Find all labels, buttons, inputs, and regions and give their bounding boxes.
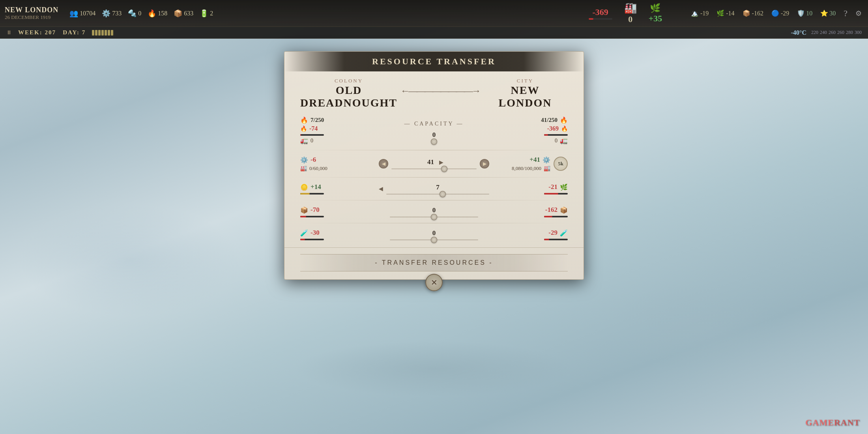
- steam-slider-track[interactable]: [391, 168, 477, 169]
- heat-capacity-right-val: 41/250: [541, 117, 557, 123]
- materials-slider-value: 0: [428, 206, 440, 214]
- steam-right-vals: +41 ⚙️ 8,080/100,000 🏭: [512, 156, 550, 172]
- divider-2: [300, 177, 568, 178]
- materials-slider-thumb[interactable]: [431, 214, 437, 220]
- steam-slider-arrow: ▶: [439, 159, 443, 166]
- badge-5k[interactable]: 5k: [554, 157, 568, 171]
- close-icon: ✕: [431, 278, 438, 287]
- materials-rate-right-val: -162: [545, 206, 557, 214]
- heat-icon-left: 🔥: [300, 116, 308, 124]
- hud-food-main-value: +35: [649, 13, 662, 24]
- materials-slider-track[interactable]: [390, 217, 478, 217]
- heat-capacity-left: 🔥 7/250: [300, 116, 324, 124]
- day-seg-5: [105, 30, 107, 36]
- steam-row: ⚙️ -6 🏭 0/60,000 ◀ 41 ▶ ▶: [284, 152, 584, 176]
- steam-rate-right-val: +41: [529, 156, 540, 164]
- heat-capacity-right: 41/250 🔥: [541, 116, 568, 124]
- star-icon: ⭐: [820, 9, 828, 17]
- food-slider-value: 7: [432, 183, 444, 191]
- transfer-resources-button[interactable]: - TRANSFER RESOURCES -: [300, 254, 568, 271]
- materials-bar-right: [544, 216, 568, 217]
- steam-storage-right-val: 8,080/100,000: [512, 165, 541, 172]
- materials-center: 0: [379, 206, 489, 217]
- food-rate-left: 🪙 +14: [300, 183, 321, 191]
- steam-rate-right: +41 ⚙️: [529, 156, 550, 164]
- steam-slider-value-row: 41 ▶: [425, 158, 443, 166]
- help-button[interactable]: ?: [844, 8, 847, 19]
- heat-slider-value: 0: [428, 131, 440, 139]
- heat-storage-right-val: 0: [555, 138, 557, 144]
- heat-storage-right: 0 🚛: [555, 137, 568, 144]
- food-bar-right-fill: [544, 193, 558, 195]
- medicine-slider-value: 0: [428, 229, 440, 237]
- heat-slider-track[interactable]: [434, 141, 434, 142]
- heat-bar-right: [544, 134, 568, 136]
- hud-center: -369 🏭 0 🌿 +35: [566, 2, 685, 24]
- divider-1: [300, 150, 568, 150]
- settings-button[interactable]: ⚙: [855, 9, 862, 18]
- hud-nature-value: -14: [726, 10, 734, 17]
- hud-heat-bar: [589, 18, 612, 20]
- colony-label: COLONY: [300, 78, 397, 84]
- food-bar-left: [300, 193, 324, 195]
- worker-icon: 🔩: [128, 9, 137, 18]
- heat-left: 🔥 7/250 🔥 -74 🚛 0: [300, 116, 379, 144]
- medicine-slider-thumb[interactable]: [431, 237, 437, 243]
- week-label: WEEK: 207 DAY: 7: [18, 29, 86, 36]
- heat-rate-left-val: -74: [309, 125, 318, 132]
- medicine-center: 0: [379, 229, 489, 240]
- food-slider-track[interactable]: [386, 194, 489, 195]
- hud-food-value: 633: [184, 10, 193, 17]
- materials-bar-left-fill: [300, 216, 306, 217]
- hud-nature: 🌿 -14: [716, 9, 734, 17]
- medicine-bar-right: [544, 239, 568, 240]
- steam-storage-left: 🏭 0/60,000: [300, 165, 327, 172]
- food-coin-icon: 🪙: [300, 183, 308, 191]
- vial-icon-left: 🧪: [300, 229, 308, 237]
- city-info: CITY NEW LONDON: [483, 78, 568, 109]
- medicine-slider-track[interactable]: [390, 239, 478, 240]
- week-value: 207: [45, 29, 56, 36]
- medicine-rate-right-val: -29: [548, 229, 557, 237]
- steam-slider-thumb[interactable]: [441, 166, 447, 172]
- day-seg-6: [108, 30, 110, 36]
- close-button[interactable]: ✕: [425, 274, 443, 291]
- medicine-bar-left: [300, 239, 324, 240]
- divider-3: [300, 200, 568, 200]
- day-seg-3: [98, 30, 101, 36]
- hud-work-main-value: 0: [628, 14, 632, 24]
- medicine-right: -29 🧪: [489, 229, 568, 240]
- box-icon: 📦: [743, 9, 750, 17]
- heat-small-icon: 🔥: [148, 9, 156, 18]
- steam-slider-prev[interactable]: ◀: [379, 159, 388, 168]
- medicine-bar-left-fill: [300, 239, 305, 240]
- day-seg-2: [95, 30, 97, 36]
- steam-slider-inner: 41 ▶: [391, 158, 477, 169]
- materials-rate-right: -162 📦: [545, 206, 568, 214]
- hud-star-value: 30: [829, 10, 836, 17]
- heat-bar-right-fill: [544, 134, 548, 136]
- resource-transfer-modal: RESOURCE TRANSFER COLONY OLD DREADNOUGHT…: [284, 51, 584, 280]
- temp-scale: 220 240 260 260 280 300: [811, 30, 862, 36]
- steam-slider-next[interactable]: ▶: [480, 159, 489, 168]
- shield-icon: 🛡️: [797, 9, 805, 17]
- day-seg-4: [101, 30, 104, 36]
- hud-city-name: NEW LONDON: [5, 6, 58, 14]
- day-progress-bars: [92, 30, 113, 36]
- terrain-icon: 🏔️: [691, 9, 699, 17]
- food-rate-left-val: +14: [311, 183, 321, 191]
- steam-rate-left-val: -6: [311, 156, 316, 164]
- heat-row: 🔥 7/250 🔥 -74 🚛 0 — CAPACITY — 0: [284, 112, 584, 148]
- heat-slider-thumb[interactable]: [431, 138, 437, 145]
- food-right: -21 🌿: [489, 183, 568, 195]
- watermark-text2: RANT: [834, 417, 860, 427]
- hud-people-value: 10704: [80, 10, 95, 17]
- pause-icon[interactable]: ⏸: [6, 30, 12, 36]
- medicine-left: 🧪 -30: [300, 229, 379, 240]
- top-hud: NEW LONDON 26 DECEMBER 1919 👥 10704 ⚙️ 7…: [0, 0, 868, 27]
- watermark-text1: GAME: [805, 417, 834, 427]
- food-slider-inner: 7: [386, 183, 489, 195]
- food-slider-thumb[interactable]: [440, 191, 446, 197]
- hud-vial: 🔵 -29: [771, 9, 789, 17]
- food-slider-arrow-left: ◀: [379, 185, 383, 192]
